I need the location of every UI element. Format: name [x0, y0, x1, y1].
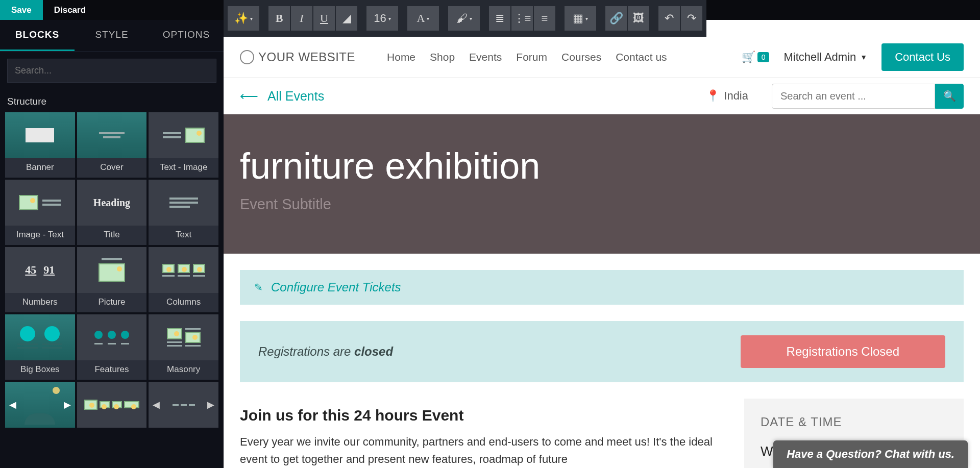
link-icon: 🔗: [609, 12, 623, 25]
undo-icon: ↶: [665, 12, 674, 25]
unordered-list-button[interactable]: ≣: [489, 6, 510, 31]
link-button[interactable]: 🔗: [605, 6, 627, 31]
cart-button[interactable]: 🛒 0: [742, 51, 770, 64]
logo-text: YOUR WEBSITE: [258, 50, 355, 64]
align-icon: ≡: [542, 12, 548, 25]
ul-icon: ≣: [495, 12, 504, 25]
event-hero[interactable]: furniture exhibition Event Subtitle: [224, 114, 980, 254]
nav-events[interactable]: Events: [469, 51, 502, 63]
back-all-events[interactable]: ⟵ All Events: [240, 89, 324, 104]
event-search: 🔍: [772, 84, 964, 109]
ol-icon: ⋮≡: [513, 12, 531, 25]
main-nav: Home Shop Events Forum Courses Contact u…: [387, 51, 667, 63]
location-link[interactable]: 📍 India: [706, 89, 748, 103]
search-icon: 🔍: [943, 90, 956, 102]
blocks-grid: Banner Cover Text - Image Image - Text H…: [5, 112, 218, 428]
nav-courses[interactable]: Courses: [561, 51, 601, 63]
arrow-left-icon: ⟵: [240, 89, 258, 104]
magic-wand-icon: ✨: [234, 12, 248, 25]
block-big-boxes[interactable]: Big Boxes: [5, 314, 75, 380]
registration-status-text: Registrations are closed: [258, 344, 393, 359]
event-title[interactable]: furniture exhibition: [240, 145, 964, 187]
rte-toolbar: ✨▾ B I U ◢ 16▾ A▾ 🖌▾ ≣ ⋮≡ ≡ ▦▾ 🔗 🖼 ↶ ↷: [224, 0, 706, 37]
font-size-dropdown[interactable]: 16▾: [366, 6, 398, 31]
sidebar-search: [7, 59, 216, 83]
event-description[interactable]: Join us for this 24 hours Event Every ye…: [240, 399, 724, 468]
event-subtitle[interactable]: Event Subtitle: [240, 196, 964, 213]
underline-button[interactable]: U: [313, 6, 335, 31]
block-text[interactable]: Text: [149, 180, 218, 245]
site-logo[interactable]: YOUR WEBSITE: [240, 50, 355, 64]
cart-count: 0: [757, 52, 770, 62]
discard-button[interactable]: Discard: [43, 0, 97, 20]
block-numbers[interactable]: 4591 Numbers: [5, 247, 75, 312]
cart-icon: 🛒: [742, 51, 755, 64]
table-dropdown[interactable]: ▦▾: [565, 6, 596, 31]
chevron-down-icon: ▼: [860, 53, 867, 61]
sidebar-tabs: BLOCKS STYLE OPTIONS: [0, 20, 224, 52]
block-image-text[interactable]: Image - Text: [5, 180, 75, 245]
content-body[interactable]: Every year we invite our community, part…: [240, 433, 724, 468]
structure-heading: Structure: [5, 90, 218, 112]
redo-button[interactable]: ↷: [681, 6, 702, 31]
image-button[interactable]: 🖼: [628, 6, 649, 31]
magic-wand-button[interactable]: ✨▾: [228, 6, 259, 31]
sidebar-search-input[interactable]: [7, 59, 216, 83]
undo-button[interactable]: ↶: [658, 6, 680, 31]
block-cover[interactable]: Cover: [77, 112, 147, 178]
text-color-icon: A: [417, 12, 425, 25]
event-search-input[interactable]: [772, 84, 935, 109]
save-button[interactable]: Save: [0, 0, 43, 20]
block-masonry[interactable]: Masonry: [149, 314, 218, 380]
tab-style[interactable]: STYLE: [75, 20, 149, 51]
date-time-heading: DATE & TIME: [761, 415, 947, 429]
text-color-dropdown[interactable]: A▾: [407, 6, 439, 31]
block-columns[interactable]: Columns: [149, 247, 218, 312]
brush-icon: 🖌: [456, 12, 468, 25]
chat-widget[interactable]: Have a Question? Chat with us.: [773, 440, 968, 468]
bold-button[interactable]: B: [268, 6, 290, 31]
registrations-closed-button[interactable]: Registrations Closed: [741, 335, 945, 368]
editor-sidebar: BLOCKS STYLE OPTIONS Structure Banner Co…: [0, 20, 224, 468]
highlight-dropdown[interactable]: 🖌▾: [448, 6, 480, 31]
user-dropdown[interactable]: Mitchell Admin ▼: [783, 51, 867, 64]
content-heading[interactable]: Join us for this 24 hours Event: [240, 407, 724, 424]
clear-format-button[interactable]: ◢: [336, 6, 357, 31]
image-icon: 🖼: [633, 12, 644, 25]
tab-blocks[interactable]: BLOCKS: [0, 20, 75, 51]
registration-bar: Registrations are closed Registrations C…: [240, 321, 964, 382]
nav-forum[interactable]: Forum: [516, 51, 547, 63]
site-header: YOUR WEBSITE Home Shop Events Forum Cour…: [224, 37, 980, 78]
redo-icon: ↷: [687, 12, 696, 25]
align-button[interactable]: ≡: [534, 6, 555, 31]
block-picture[interactable]: Picture: [77, 247, 147, 312]
block-mosaic[interactable]: [77, 382, 147, 428]
tab-options[interactable]: OPTIONS: [149, 20, 224, 51]
block-title[interactable]: Heading Title: [77, 180, 147, 245]
block-carousel[interactable]: ◀▶: [5, 382, 75, 428]
pencil-icon: ✎: [254, 281, 263, 293]
nav-shop[interactable]: Shop: [430, 51, 455, 63]
map-pin-icon: 📍: [706, 89, 720, 103]
ordered-list-button[interactable]: ⋮≡: [511, 6, 533, 31]
nav-contact[interactable]: Contact us: [616, 51, 667, 63]
blocks-scroll[interactable]: Structure Banner Cover Text - Image Imag…: [0, 90, 224, 468]
block-features[interactable]: Features: [77, 314, 147, 380]
configure-tickets-link[interactable]: Configure Event Tickets: [271, 280, 401, 294]
nav-home[interactable]: Home: [387, 51, 415, 63]
configure-tickets-bar: ✎ Configure Event Tickets: [240, 270, 964, 305]
italic-button[interactable]: I: [291, 6, 312, 31]
event-subbar: ⟵ All Events 📍 India 🔍: [224, 78, 980, 114]
block-slider[interactable]: ◀▶: [149, 382, 218, 428]
event-search-button[interactable]: 🔍: [935, 84, 964, 109]
table-icon: ▦: [573, 12, 583, 25]
block-text-image[interactable]: Text - Image: [149, 112, 218, 178]
block-banner[interactable]: Banner: [5, 112, 75, 178]
contact-us-button[interactable]: Contact Us: [881, 43, 964, 71]
website-canvas[interactable]: YOUR WEBSITE Home Shop Events Forum Cour…: [224, 37, 980, 468]
globe-icon: [240, 50, 254, 64]
eraser-icon: ◢: [342, 12, 351, 25]
